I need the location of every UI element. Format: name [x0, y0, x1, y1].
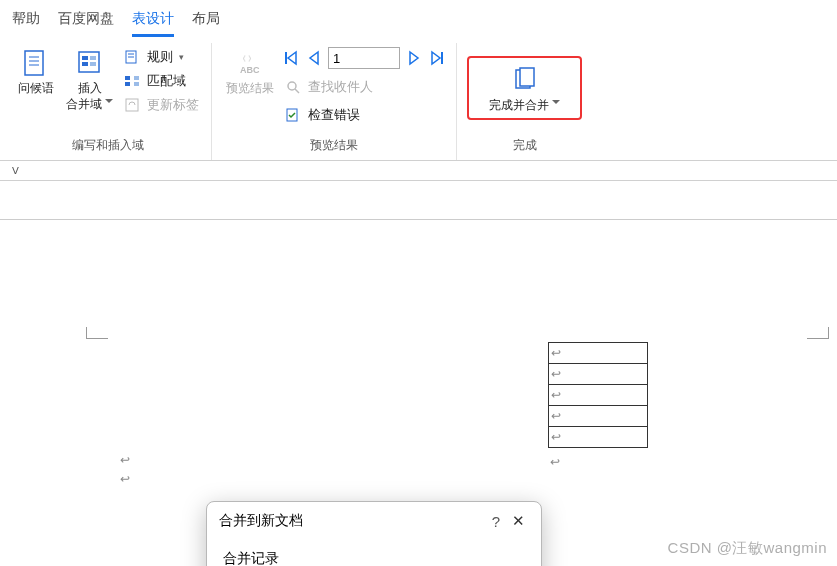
- table-row[interactable]: ↩: [548, 363, 648, 385]
- svg-rect-14: [125, 82, 130, 86]
- insert-field-label: 插入 合并域: [66, 81, 113, 112]
- merge-to-new-document-dialog: 合并到新文档 ? ✕ 合并记录 全部(A) 当前记录(E) 从(F): 到(T)…: [206, 501, 542, 566]
- search-icon: [284, 78, 302, 96]
- paragraph-mark-icon: ↩: [551, 367, 561, 381]
- page-corner-left: [86, 327, 108, 339]
- svg-marker-21: [310, 52, 318, 64]
- finish-merge-highlight: 完成并合并: [467, 56, 582, 120]
- paragraph-marks: ↩↩: [120, 451, 130, 489]
- paragraph-mark-icon: ↩: [551, 409, 561, 423]
- check-icon: [284, 106, 302, 124]
- table-row[interactable]: ↩: [548, 384, 648, 406]
- rules-label: 规则: [147, 48, 173, 66]
- svg-line-26: [295, 89, 299, 93]
- finish-merge-label: 完成并合并: [489, 98, 560, 114]
- paragraph-mark-icon: ↩: [551, 346, 561, 360]
- dialog-close-button[interactable]: ✕: [507, 512, 529, 530]
- document-table: ↩ ↩ ↩ ↩ ↩ ↩: [548, 343, 648, 470]
- svg-point-25: [288, 82, 296, 90]
- group-preview-results: 《 》ABC 预览结果 查找收件人: [212, 43, 457, 160]
- rules-icon: [123, 48, 141, 66]
- insert-field-icon: [74, 47, 106, 79]
- insert-merge-field-button[interactable]: 插入 合并域: [62, 45, 117, 114]
- find-recipient-label: 查找收件人: [308, 78, 373, 96]
- update-labels-icon: [123, 96, 141, 114]
- svg-marker-20: [288, 52, 296, 64]
- group1-label: 编写和插入域: [72, 133, 144, 160]
- next-record-button[interactable]: [406, 49, 422, 67]
- ribbon: 问候语 插入 合并域 规则 ▾: [0, 37, 837, 161]
- preview-icon: 《 》ABC: [234, 47, 266, 79]
- update-labels-label: 更新标签: [147, 96, 199, 114]
- group-finish: 完成并合并 完成: [457, 43, 592, 160]
- svg-rect-8: [90, 62, 96, 66]
- prev-record-button[interactable]: [306, 49, 322, 67]
- watermark: CSDN @汪敏wangmin: [668, 539, 827, 558]
- table-row[interactable]: ↩: [548, 405, 648, 427]
- tab-baidu[interactable]: 百度网盘: [58, 10, 114, 37]
- match-fields-label: 匹配域: [147, 72, 186, 90]
- ribbon-tabs: 帮助 百度网盘 表设计 布局: [0, 0, 837, 37]
- dialog-title: 合并到新文档: [219, 512, 303, 530]
- check-errors-button[interactable]: 检查错误: [282, 105, 446, 125]
- page-boundary: [0, 219, 837, 220]
- svg-rect-12: [125, 76, 130, 80]
- tab-help[interactable]: 帮助: [12, 10, 40, 37]
- group2-label: 预览结果: [310, 133, 358, 160]
- update-labels-button: 更新标签: [121, 95, 201, 115]
- paragraph-mark-icon: ↩: [551, 430, 561, 444]
- svg-marker-22: [410, 52, 418, 64]
- find-recipient-button: 查找收件人: [282, 77, 446, 97]
- preview-results-button: 《 》ABC 预览结果: [222, 45, 278, 99]
- svg-rect-7: [90, 56, 96, 60]
- match-fields-icon: [123, 72, 141, 90]
- paragraph-mark-icon: ↩: [550, 455, 560, 469]
- finish-merge-icon: [509, 64, 541, 96]
- svg-rect-13: [134, 76, 139, 80]
- svg-rect-6: [82, 62, 88, 66]
- svg-rect-0: [25, 51, 43, 75]
- svg-rect-5: [82, 56, 88, 60]
- greeting-icon: [20, 47, 52, 79]
- tab-layout[interactable]: 布局: [192, 10, 220, 37]
- rules-button[interactable]: 规则 ▾: [121, 47, 201, 67]
- check-errors-label: 检查错误: [308, 106, 360, 124]
- group3-label: 完成: [513, 133, 537, 160]
- greeting-line-button[interactable]: 问候语: [14, 45, 58, 99]
- dialog-help-button[interactable]: ?: [485, 513, 507, 530]
- svg-rect-29: [520, 68, 534, 86]
- finish-merge-button[interactable]: 完成并合并: [485, 62, 564, 116]
- merge-records-section-label: 合并记录: [223, 550, 525, 566]
- table-row[interactable]: ↩: [548, 342, 648, 364]
- last-record-button[interactable]: [428, 49, 446, 67]
- group-write-insert-fields: 问候语 插入 合并域 规则 ▾: [4, 43, 212, 160]
- svg-marker-23: [432, 52, 440, 64]
- greeting-label: 问候语: [18, 81, 54, 97]
- preview-label: 预览结果: [226, 81, 274, 97]
- tab-table-design[interactable]: 表设计: [132, 10, 174, 37]
- chevron-down-icon: ▾: [179, 52, 184, 62]
- svg-text:《 》: 《 》: [239, 55, 255, 62]
- first-record-button[interactable]: [282, 49, 300, 67]
- match-fields-button[interactable]: 匹配域: [121, 71, 201, 91]
- svg-rect-15: [134, 82, 139, 86]
- ribbon-collapse-toggle[interactable]: ᐯ: [0, 161, 837, 181]
- record-number-input[interactable]: [328, 47, 400, 69]
- document-canvas: ↩ ↩ ↩ ↩ ↩ ↩ ↩↩ 合并到新文档 ? ✕ 合并记录 全部(A) 当前记…: [0, 181, 837, 541]
- svg-text:ABC: ABC: [240, 65, 260, 75]
- table-row[interactable]: ↩: [548, 426, 648, 448]
- page-corner-right: [807, 327, 829, 339]
- svg-rect-16: [126, 99, 138, 111]
- paragraph-mark-icon: ↩: [551, 388, 561, 402]
